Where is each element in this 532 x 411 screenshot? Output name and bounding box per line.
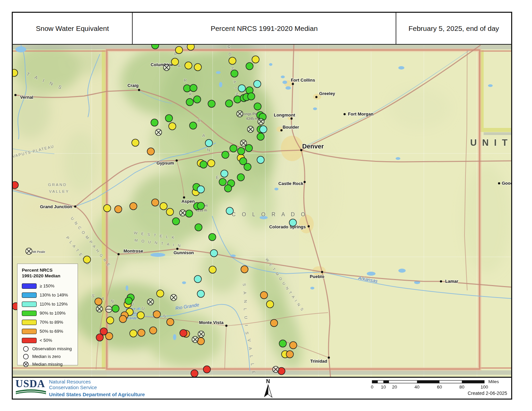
station-dot-y70 bbox=[106, 317, 114, 324]
station-dot-c110 bbox=[257, 156, 264, 164]
station-dot-y70 bbox=[13, 69, 18, 77]
station-dot-c110 bbox=[197, 186, 205, 193]
legend-class-label: 70% to 89% bbox=[40, 320, 63, 325]
station-dot-g90 bbox=[209, 233, 216, 241]
station-dot-g90 bbox=[112, 305, 119, 312]
station-dot-c110 bbox=[226, 207, 233, 215]
station-dot-g90 bbox=[231, 70, 238, 77]
scale-tick: 40 bbox=[414, 384, 419, 390]
station-dot-g90 bbox=[195, 224, 202, 231]
legend-marker-row: Median missing bbox=[22, 360, 78, 368]
legend-marker-row: Observation missing bbox=[22, 345, 78, 353]
scale-tick: 100 bbox=[481, 384, 488, 390]
station-dot-o50 bbox=[286, 351, 294, 358]
city-label: Pueblo bbox=[310, 274, 324, 279]
legend-marker-label: Median missing bbox=[32, 362, 62, 367]
title-left: Snow Water Equivalent bbox=[13, 13, 132, 44]
legend-title-line1: Percent NRCS bbox=[22, 267, 78, 273]
station-dot-g90 bbox=[190, 84, 197, 92]
station-dot-g90 bbox=[237, 174, 245, 181]
station-dot-y70 bbox=[83, 256, 91, 263]
city-dot bbox=[498, 182, 500, 184]
station-dot-g90 bbox=[230, 145, 237, 152]
scale-tick: 60 bbox=[437, 384, 442, 390]
agency-line2: Conservation Service bbox=[49, 384, 145, 390]
city-label: Greeley bbox=[319, 91, 335, 96]
city-dot bbox=[176, 159, 178, 162]
legend-class-label: ≥ 150% bbox=[40, 283, 54, 288]
station-dot-o50 bbox=[151, 199, 159, 206]
terrain-label: R bbox=[184, 78, 187, 83]
station-dot-c110 bbox=[197, 290, 205, 298]
legend-class-label: 90% to 109% bbox=[40, 311, 65, 316]
city-dot bbox=[74, 205, 76, 208]
city-label: Fort Collins bbox=[291, 78, 315, 83]
legend-class-row: 50% to 69% bbox=[22, 327, 78, 336]
scale-tick: 10 bbox=[381, 384, 386, 390]
legend-class-row: ≥ 150% bbox=[22, 281, 78, 290]
city-dot bbox=[440, 280, 442, 282]
footer-bar: USDA Natural Resources Conservation Serv… bbox=[13, 377, 511, 399]
report-frame: Snow Water Equivalent Percent NRCS 1991-… bbox=[12, 12, 512, 400]
usda-wordmark: USDA bbox=[15, 379, 47, 389]
station-dot-g90 bbox=[219, 178, 226, 186]
legend-swatch bbox=[22, 311, 37, 316]
north-label: N bbox=[266, 378, 270, 384]
station-dot-g90 bbox=[165, 115, 173, 122]
station-dot-o50 bbox=[290, 341, 297, 349]
terrain-label: GRAND bbox=[48, 183, 67, 187]
station-dot-y70 bbox=[132, 139, 139, 146]
city-label: Trinidad bbox=[310, 359, 327, 364]
station-dot-g90 bbox=[222, 151, 229, 158]
terrain-label: UNITED STATES bbox=[470, 138, 511, 148]
station-dot-g90 bbox=[189, 122, 197, 129]
city-dot bbox=[225, 325, 227, 327]
scale-tick: 80 bbox=[459, 384, 464, 390]
city-dot bbox=[304, 181, 306, 183]
station-dot-y70 bbox=[160, 202, 167, 210]
legend-swatch bbox=[22, 302, 37, 307]
station-dot-g90 bbox=[185, 210, 193, 217]
station-dot-g90 bbox=[208, 100, 215, 107]
station-dot-g90 bbox=[224, 185, 232, 192]
city-dot bbox=[315, 96, 317, 98]
city-dot bbox=[291, 118, 293, 120]
usda-swoosh-icon bbox=[15, 389, 46, 394]
terrain-label: R bbox=[197, 118, 201, 123]
legend-class-label: 130% to 149% bbox=[40, 292, 68, 298]
city-dot bbox=[292, 83, 294, 85]
station-dot-g90 bbox=[237, 147, 245, 155]
station-dot-c110 bbox=[260, 126, 267, 133]
station-dot-y70 bbox=[166, 208, 174, 216]
city-label: Goodland bbox=[502, 181, 511, 186]
city-label: Montrose bbox=[124, 248, 143, 254]
legend-class-label: 110% to 129% bbox=[40, 302, 68, 307]
station-dot-c110 bbox=[210, 249, 218, 257]
city-label: Longmont bbox=[274, 112, 295, 118]
median_missing-icon bbox=[23, 361, 29, 367]
legend-marker-label: Median is zero bbox=[32, 354, 61, 359]
city-dot bbox=[328, 357, 330, 359]
station-dot-c110 bbox=[289, 219, 297, 226]
city-dot bbox=[308, 225, 310, 227]
city-dot bbox=[118, 253, 120, 255]
station-dot-o50 bbox=[119, 315, 127, 323]
legend-class-row: 90% to 109% bbox=[22, 309, 78, 318]
station-dot-o50 bbox=[153, 311, 161, 318]
station-dot-y70 bbox=[171, 58, 179, 65]
terrain-label: VALLEY bbox=[49, 189, 70, 193]
legend-swatch bbox=[22, 338, 37, 343]
station-dot-y70 bbox=[194, 63, 202, 71]
station-dot-g90 bbox=[248, 93, 255, 100]
city-dot bbox=[344, 113, 346, 115]
legend-class-label: 50% to 69% bbox=[40, 329, 63, 334]
station-dot-o50 bbox=[167, 318, 174, 326]
city-label: Fort Morgan bbox=[348, 111, 373, 117]
city-dot bbox=[280, 129, 282, 131]
station-dot-g90 bbox=[197, 202, 205, 210]
station-dot-o50 bbox=[260, 291, 268, 299]
legend-marker-row: Median is zero bbox=[22, 353, 78, 360]
station-dot-y70 bbox=[130, 330, 137, 337]
station-dot-g90 bbox=[225, 100, 233, 107]
legend-class-row: < 50% bbox=[22, 336, 78, 345]
